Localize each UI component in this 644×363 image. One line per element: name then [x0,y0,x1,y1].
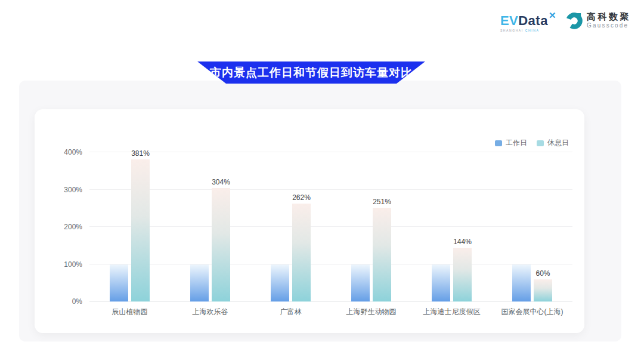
gausscode-en-name: Gausscode [587,22,631,29]
bar-工作日[interactable] [351,264,370,302]
bar-休息日[interactable]: 251% [373,208,391,302]
evdata-wordmark: EVData✕ [500,14,556,27]
x-axis-category-label: 上海欢乐谷 [193,307,228,317]
bar-group: 262%广富林 [250,152,331,302]
chart-legend: 工作日休息日 [495,138,569,148]
evdata-subtitle-china: CHINA [525,29,540,32]
bar-value-label: 381% [131,149,150,158]
legend-label: 休息日 [547,138,569,148]
gausscode-logo: 高科数聚 Gausscode [565,11,631,30]
x-axis-category-label: 广富林 [280,307,302,317]
bar-group: 251%上海野生动物园 [331,152,411,302]
bar-工作日[interactable] [512,264,531,302]
page-title: 市内景点工作日和节假日到访车量对比 [210,65,413,81]
legend-swatch-icon [495,140,502,146]
y-axis-tick-label: 100% [64,260,82,269]
bar-value-label: 262% [292,193,311,202]
evdata-logo: EVData✕ SHANGHAI CHINA [500,11,556,32]
bar-value-label: 144% [453,238,472,246]
y-axis-tick-label: 0% [72,297,82,306]
bar-工作日[interactable] [271,264,289,302]
header-logos: EVData✕ SHANGHAI CHINA 高科数聚 Gausscode [500,11,631,32]
chart-card: 工作日休息日 0%100%200%300%400%381%辰山植物园304%上海… [35,109,584,333]
content-panel: 工作日休息日 0%100%200%300%400%381%辰山植物园304%上海… [19,81,621,342]
bar-休息日[interactable]: 144% [453,248,472,302]
bar-chart: 0%100%200%300%400%381%辰山植物园304%上海欢乐谷262%… [89,152,572,302]
bar-休息日[interactable]: 381% [131,159,150,302]
x-axis-category-label: 辰山植物园 [112,307,148,317]
bar-休息日[interactable]: 262% [292,204,311,302]
bar-group: 144%上海迪士尼度假区 [411,152,492,302]
bar-value-label: 251% [373,198,391,206]
gausscode-text: 高科数聚 Gausscode [587,12,631,29]
legend-swatch-icon [537,140,544,146]
evdata-subtitle: SHANGHAI CHINA [500,29,556,32]
bar-value-label: 60% [535,269,550,278]
bar-group: 304%上海欢乐谷 [170,152,250,302]
bar-groups: 381%辰山植物园304%上海欢乐谷262%广富林251%上海野生动物园144%… [89,152,572,302]
bar-工作日[interactable] [190,264,209,302]
x-axis-category-label: 国家会展中心(上海) [501,307,564,317]
evdata-ev-text: EV [500,13,518,28]
bar-休息日[interactable]: 304% [212,188,230,302]
evdata-x-icon: ✕ [549,10,556,20]
gausscode-icon [565,11,584,30]
evdata-subtitle-shanghai: SHANGHAI [500,29,524,32]
y-axis-tick-label: 400% [64,148,82,156]
legend-item-0[interactable]: 工作日 [495,138,527,148]
x-axis-category-label: 上海野生动物园 [346,307,397,317]
legend-item-1[interactable]: 休息日 [537,138,569,148]
evdata-data-text: Data [518,13,548,28]
bar-休息日[interactable]: 60% [534,279,552,302]
y-axis-tick-label: 200% [64,223,82,231]
bar-工作日[interactable] [432,264,450,302]
x-axis-category-label: 上海迪士尼度假区 [423,307,481,317]
y-axis-tick-label: 300% [64,186,82,194]
bar-group: 381%辰山植物园 [89,152,170,302]
title-banner: 市内景点工作日和节假日到访车量对比 [197,61,425,84]
gausscode-cn-name: 高科数聚 [587,12,631,22]
bar-value-label: 304% [212,178,230,186]
legend-label: 工作日 [506,138,527,148]
bar-group: 60%国家会展中心(上海) [492,152,572,302]
bar-工作日[interactable] [110,264,128,302]
